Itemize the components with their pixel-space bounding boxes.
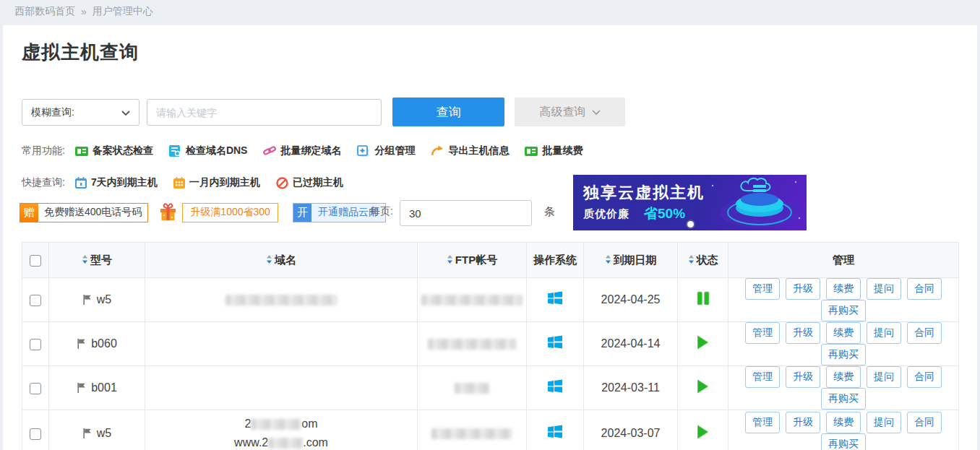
calendar-blue-icon [75,177,87,189]
link-label: 备案状态检查 [93,144,153,157]
banner-title: 独享云虚拟主机 [583,182,705,204]
export-host-info-link[interactable]: 导出主机信息 [431,144,509,157]
action-再购买-button[interactable]: 再购买 [821,344,866,365]
fuzzy-query-selected: 模糊查询: [31,106,74,119]
host-table-body: w52024-04-25管理升级续费提问合同再购买b0602024-04-14管… [22,278,959,450]
keyword-input[interactable] [147,99,382,126]
row-checkbox[interactable] [30,339,41,350]
action-再购买-button[interactable]: 再购买 [821,388,866,410]
promo-banner[interactable]: 独享云虚拟主机 质优价廉 省50% [573,175,807,230]
batch-renew-link[interactable]: 批量续费 [525,144,583,157]
page-title: 虚拟主机查询 [22,40,139,65]
gift-badge: 赠 [20,204,38,222]
column-header-domain[interactable]: 域名 [145,254,417,267]
upgrade-save-promo[interactable]: 升级满1000省300 [182,203,278,222]
group-manage-icon [357,145,370,157]
quick-queries-label: 快捷查询: [22,176,65,189]
action-续费-button[interactable]: 续费 [826,322,861,344]
check-domain-dns-link[interactable]: 检查域名DNS [169,144,248,157]
per-page-unit: 条 [544,205,555,219]
select-all-checkbox[interactable] [30,255,41,267]
action-升级-button[interactable]: 升级 [786,278,820,300]
action-管理-button[interactable]: 管理 [745,322,780,344]
free-400-number-promo[interactable]: 赠 免费赠送400电话号码 [20,203,148,222]
sort-icon [447,254,453,267]
column-header-expire[interactable]: 到期日期 [584,254,677,267]
action-管理-button[interactable]: 管理 [745,366,780,388]
export-host-icon [431,145,444,157]
action-提问-button[interactable]: 提问 [867,366,901,388]
host-model: w5 [97,427,111,440]
expire-7days-link[interactable]: 7天内到期主机 [75,176,158,189]
action-续费-button[interactable]: 续费 [826,278,861,300]
table-header-row: 型号 域名 FTP帐号 操作系统 到期日期 状态 管理 [22,243,959,278]
link-label: 批量绑定域名 [280,144,341,157]
breadcrumb-home-link[interactable]: 西部数码首页 [14,5,75,18]
expire-month-link[interactable]: 一月内到期主机 [173,176,260,189]
status-running-icon [697,425,709,439]
sort-icon [605,254,611,267]
action-合同-button[interactable]: 合同 [907,322,942,344]
flag-icon [77,338,87,350]
action-合同-button[interactable]: 合同 [907,412,942,433]
carousel-dot[interactable] [687,221,694,228]
action-续费-button[interactable]: 续费 [826,412,861,433]
masked-ftp-account [431,428,512,439]
action-合同-button[interactable]: 合同 [907,366,942,388]
action-提问-button[interactable]: 提问 [867,278,901,300]
column-label: 到期日期 [614,254,657,267]
batch-bind-domain-link[interactable]: 批量绑定域名 [263,144,341,157]
action-升级-button[interactable]: 升级 [786,366,820,388]
group-manage-link[interactable]: 分组管理 [357,144,415,157]
column-label: 操作系统 [533,254,577,267]
action-再购买-button[interactable]: 再购买 [821,433,866,450]
table-row: w52024-04-25管理升级续费提问合同再购买 [22,278,959,322]
column-label: 状态 [697,254,718,267]
column-header-status[interactable]: 状态 [678,254,728,267]
actions-cell: 管理升级续费提问合同再购买 [728,410,959,450]
action-提问-button[interactable]: 提问 [867,322,901,344]
per-page-label: 每页: [370,205,393,218]
column-label: FTP帐号 [455,254,497,267]
query-button[interactable]: 查询 [392,98,504,126]
flag-icon [82,428,93,439]
sort-icon [688,254,695,267]
masked-domain [225,295,338,306]
per-page-input[interactable] [400,200,532,226]
sort-icon [266,254,272,267]
actions-cell: 管理升级续费提问合同再购买 [728,322,959,366]
host-model: w5 [97,293,111,306]
advanced-query-label: 高级查询 [540,105,586,120]
action-再购买-button[interactable]: 再购买 [821,300,866,321]
action-提问-button[interactable]: 提问 [867,412,901,433]
action-管理-button[interactable]: 管理 [745,412,780,433]
masked-domain-part [268,438,303,449]
fuzzy-query-select[interactable]: 模糊查询: [22,99,139,126]
table-row: b0012024-03-11管理升级续费提问合同再购买 [22,366,959,410]
row-checkbox[interactable] [30,383,41,394]
table-row: w52omwww.2.com2024-03-07管理升级续费提问合同再购买 [22,410,959,450]
action-升级-button[interactable]: 升级 [786,412,820,433]
expire-date: 2024-04-25 [601,293,661,306]
record-status-icon [75,146,88,157]
masked-ftp-account [455,383,489,394]
common-functions-label: 常用功能: [22,144,65,157]
action-升级-button[interactable]: 升级 [786,322,820,344]
expire-date: 2024-03-11 [601,381,660,394]
action-管理-button[interactable]: 管理 [745,278,780,300]
record-status-check-link[interactable]: 备案状态检查 [75,144,153,157]
action-续费-button[interactable]: 续费 [826,366,861,388]
advanced-query-button[interactable]: 高级查询 [515,98,625,126]
column-label: 域名 [275,254,296,267]
bind-domain-link-icon [263,145,276,157]
expire-date: 2024-04-14 [601,337,661,350]
common-functions-row: 常用功能: 备案状态检查 检查域名DNS 批量绑定域名 分组管理 [22,144,598,157]
action-合同-button[interactable]: 合同 [907,278,942,300]
breadcrumb-separator: » [81,6,87,17]
expired-hosts-link[interactable]: 已过期主机 [276,176,343,189]
column-header-ftp[interactable]: FTP帐号 [418,254,526,267]
row-checkbox[interactable] [30,428,41,440]
row-checkbox[interactable] [30,295,41,306]
chevron-down-icon [592,105,601,118]
column-header-model[interactable]: 型号 [49,254,145,267]
